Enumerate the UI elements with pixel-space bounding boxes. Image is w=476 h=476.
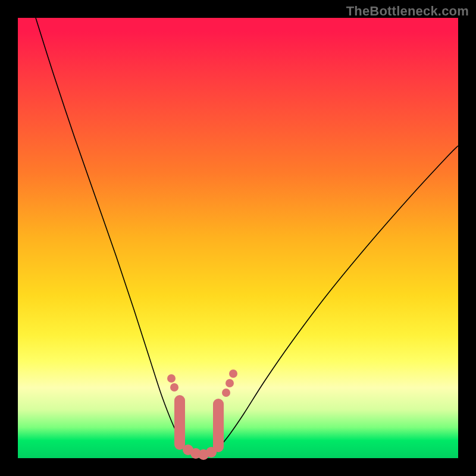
- curve-left-branch: [36, 18, 183, 446]
- curve-layer: [18, 18, 458, 458]
- valley-marker-dot: [170, 383, 178, 392]
- chart-frame: TheBottleneck.com: [0, 0, 476, 476]
- marker-cluster: [167, 369, 237, 460]
- valley-marker-dot: [222, 389, 230, 397]
- valley-marker-segment: [174, 395, 185, 450]
- plot-area: [18, 18, 458, 458]
- watermark-text: TheBottleneck.com: [346, 4, 469, 19]
- valley-marker-dot: [167, 374, 176, 383]
- valley-marker-dot: [226, 379, 234, 387]
- valley-marker-dot: [229, 369, 237, 378]
- valley-marker-segment: [213, 399, 224, 452]
- curve-right-branch: [220, 146, 458, 446]
